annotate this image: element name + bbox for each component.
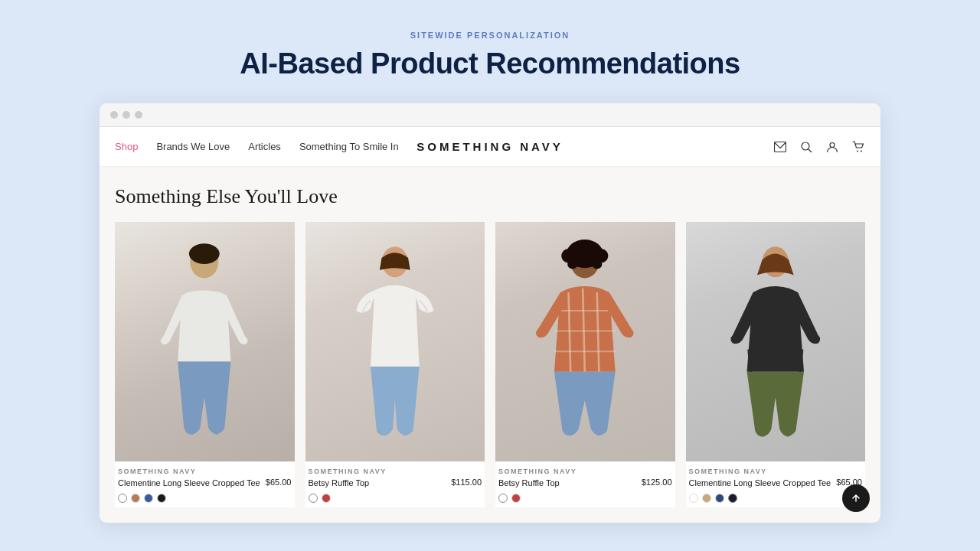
nav-link-shop[interactable]: Shop bbox=[115, 141, 138, 152]
cart-icon[interactable] bbox=[851, 140, 865, 154]
product-name-4: Clementine Long Sleeve Cropped Tee bbox=[689, 478, 834, 489]
swatch-brown-1[interactable] bbox=[131, 494, 140, 503]
color-swatches-4 bbox=[689, 494, 863, 503]
product-name-price-1: Clementine Long Sleeve Cropped Tee $65.0… bbox=[118, 478, 292, 489]
nav-link-brands[interactable]: Brands We Love bbox=[156, 141, 230, 152]
browser-dot-1 bbox=[110, 111, 118, 119]
product-info-3: SOMETHING NAVY Betsy Ruffle Top $125.00 bbox=[495, 461, 675, 507]
section-title: Something Else You'll Love bbox=[115, 185, 865, 208]
search-icon[interactable] bbox=[799, 140, 813, 154]
browser-dot-2 bbox=[122, 111, 130, 119]
account-icon[interactable] bbox=[825, 140, 839, 154]
swatch-white-3[interactable] bbox=[498, 494, 508, 503]
page-title: AI-Based Product Recommendations bbox=[240, 47, 740, 80]
product-brand-2: SOMETHING NAVY bbox=[309, 468, 482, 475]
swatch-red-3[interactable] bbox=[511, 494, 521, 503]
product-grid: SOMETHING NAVY Clementine Long Sleeve Cr… bbox=[115, 222, 865, 507]
product-name-price-2: Betsy Ruffle Top $115.00 bbox=[309, 478, 482, 489]
color-swatches-1 bbox=[118, 494, 292, 503]
scroll-top-button[interactable] bbox=[842, 484, 870, 512]
product-name-price-3: Betsy Ruffle Top $125.00 bbox=[498, 478, 672, 489]
browser-chrome bbox=[100, 103, 880, 127]
product-name-3: Betsy Ruffle Top bbox=[498, 478, 639, 489]
nav-icons bbox=[773, 140, 865, 154]
product-info-4: SOMETHING NAVY Clementine Long Sleeve Cr… bbox=[686, 461, 866, 507]
swatch-white-1[interactable] bbox=[118, 494, 127, 503]
color-swatches-2 bbox=[309, 494, 482, 503]
swatch-red-2[interactable] bbox=[322, 494, 331, 503]
svg-point-13 bbox=[568, 259, 578, 269]
swatch-black-1[interactable] bbox=[157, 494, 166, 503]
product-name-price-4: Clementine Long Sleeve Cropped Tee $65.0… bbox=[689, 478, 863, 489]
browser-window: Shop Brands We Love Articles Something T… bbox=[100, 103, 880, 523]
product-brand-4: SOMETHING NAVY bbox=[689, 468, 863, 475]
swatch-tan-4[interactable] bbox=[702, 494, 711, 503]
swatch-blue-1[interactable] bbox=[144, 494, 153, 503]
browser-dot-3 bbox=[135, 111, 142, 119]
nav-links: Shop Brands We Love Articles Something T… bbox=[115, 141, 399, 152]
swatch-navy-4[interactable] bbox=[715, 494, 724, 503]
product-info-1: SOMETHING NAVY Clementine Long Sleeve Cr… bbox=[115, 461, 295, 507]
product-card-1[interactable]: SOMETHING NAVY Clementine Long Sleeve Cr… bbox=[115, 222, 295, 507]
product-brand-1: SOMETHING NAVY bbox=[118, 468, 292, 475]
svg-point-7 bbox=[189, 244, 220, 265]
site-content: Something Else You'll Love bbox=[100, 167, 880, 523]
svg-point-14 bbox=[593, 259, 603, 269]
product-info-2: SOMETHING NAVY Betsy Ruffle Top $115.00 bbox=[305, 461, 485, 507]
nav-link-articles[interactable]: Articles bbox=[248, 141, 281, 152]
product-image-3 bbox=[495, 222, 675, 461]
nav-link-smile[interactable]: Something To Smile In bbox=[299, 141, 399, 152]
product-card-2[interactable]: SOMETHING NAVY Betsy Ruffle Top $115.00 bbox=[305, 222, 485, 507]
product-price-1: $65.00 bbox=[266, 478, 292, 487]
product-price-3: $125.00 bbox=[642, 478, 672, 487]
svg-line-2 bbox=[808, 149, 812, 152]
product-name-1: Clementine Long Sleeve Cropped Tee bbox=[118, 478, 263, 489]
color-swatches-3 bbox=[498, 494, 672, 503]
product-image-4 bbox=[686, 222, 866, 461]
site-logo: SOMETHING NAVY bbox=[416, 140, 564, 153]
email-icon[interactable] bbox=[773, 140, 787, 154]
product-card-4[interactable]: SOMETHING NAVY Clementine Long Sleeve Cr… bbox=[686, 222, 866, 507]
product-card-3[interactable]: SOMETHING NAVY Betsy Ruffle Top $125.00 bbox=[495, 222, 675, 507]
swatch-black-4[interactable] bbox=[728, 494, 737, 503]
product-name-2: Betsy Ruffle Top bbox=[309, 478, 449, 489]
site-content-wrapper: Something Else You'll Love bbox=[100, 167, 880, 523]
svg-point-4 bbox=[857, 150, 858, 152]
product-brand-3: SOMETHING NAVY bbox=[498, 468, 672, 475]
product-image-2 bbox=[305, 222, 485, 461]
svg-point-3 bbox=[830, 142, 835, 147]
page-header: SITEWIDE PERSONALIZATION AI-Based Produc… bbox=[240, 31, 740, 80]
product-image-1 bbox=[115, 222, 295, 461]
svg-point-1 bbox=[802, 142, 809, 150]
svg-point-5 bbox=[861, 150, 862, 152]
product-price-2: $115.00 bbox=[451, 478, 482, 487]
site-nav: Shop Brands We Love Articles Something T… bbox=[100, 127, 880, 167]
page-subtitle: SITEWIDE PERSONALIZATION bbox=[240, 31, 740, 40]
swatch-white-4[interactable] bbox=[689, 494, 698, 503]
swatch-white-2[interactable] bbox=[309, 494, 318, 503]
